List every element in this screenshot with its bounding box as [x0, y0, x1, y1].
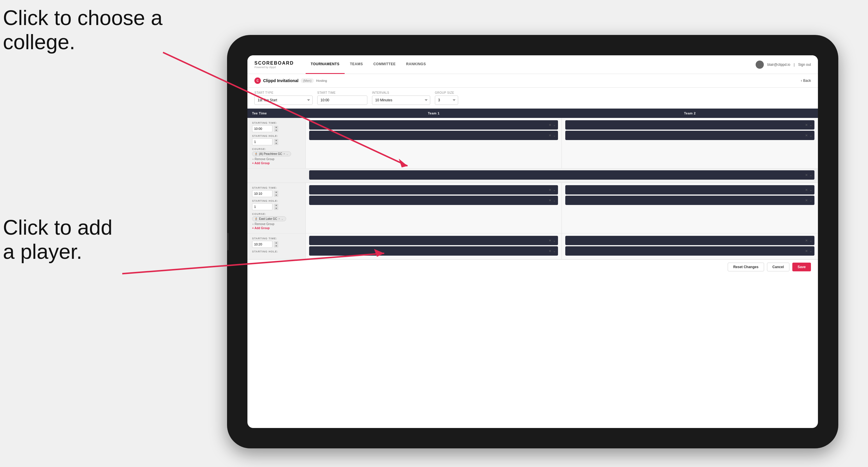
course-remove-1[interactable]: × [283, 152, 285, 155]
starting-time-input-2[interactable] [252, 190, 273, 197]
intervals-label: Intervals [372, 91, 430, 94]
hole-stepper-2[interactable]: ▲ ▼ [274, 204, 278, 210]
slot-x-icon[interactable]: ✕ [549, 123, 551, 127]
player-slot-1-1[interactable]: ✕ ⌄ [309, 120, 558, 130]
course-label-1: COURSE: [252, 148, 301, 151]
starting-time-input-1[interactable] [252, 125, 273, 132]
slot2-chevron-icon-2[interactable]: ⌄ [809, 134, 812, 137]
course-wide-slot-1[interactable]: ✕ ⌄ [309, 170, 814, 180]
nav-separator: | [794, 63, 795, 67]
time-up-2[interactable]: ▲ [274, 191, 278, 194]
player-slot-2-2[interactable]: ✕ ⌄ [565, 131, 814, 140]
time-stepper-1[interactable]: ▲ ▼ [274, 126, 278, 132]
player-slot-3-1[interactable]: ✕ ⌄ [309, 185, 558, 194]
course-remove-2[interactable]: × [278, 217, 280, 220]
slot4-chevron-icon[interactable]: ⌄ [809, 188, 812, 192]
schedule-scroll-area[interactable]: STARTING TIME: ▲ ▼ STARTING HOLE: [247, 118, 818, 259]
slot3-chevron-icon-2[interactable]: ⌄ [553, 198, 556, 203]
player-slot-6-2[interactable]: ✕ ⌄ [565, 246, 814, 256]
time-down-3[interactable]: ▼ [274, 245, 278, 247]
starting-time-input-3[interactable] [252, 241, 273, 248]
slot6-x-icon[interactable]: ✕ [805, 239, 808, 243]
remove-group-1[interactable]: ○ Remove Group [252, 157, 301, 161]
slot5-chevron-icon[interactable]: ⌄ [553, 239, 556, 243]
slot-x-icon-2[interactable]: ✕ [549, 134, 551, 137]
slot-chevron-icon[interactable]: ⌄ [553, 123, 556, 127]
slot6-x-icon-2[interactable]: ✕ [805, 249, 808, 253]
starting-hole-input-2[interactable] [252, 203, 273, 210]
time-down-1[interactable]: ▼ [274, 129, 278, 132]
hole-up-1[interactable]: ▲ [274, 139, 278, 142]
slot3-chevron-icon[interactable]: ⌄ [553, 188, 556, 192]
back-button[interactable]: ‹ Back [801, 79, 811, 83]
player-slot-5-1[interactable]: ✕ ⌄ [309, 236, 558, 245]
slot5-chevron-icon-2[interactable]: ⌄ [553, 249, 556, 253]
table-header: Tee Time Team 1 Team 2 [247, 108, 818, 118]
time-stepper-2[interactable]: ▲ ▼ [274, 191, 278, 197]
hole-down-1[interactable]: ▼ [274, 142, 278, 145]
course-chevron-1[interactable]: ⌄ [286, 153, 288, 155]
starting-hole-input-1[interactable] [252, 138, 273, 145]
slot5-x-icon-2[interactable]: ✕ [549, 249, 551, 253]
wide-x-icon[interactable]: ✕ [805, 173, 808, 177]
add-group-2[interactable]: + Add Group [252, 226, 301, 230]
player-slot-1-2[interactable]: ✕ ⌄ [309, 131, 558, 140]
add-group-1[interactable]: + Add Group [252, 162, 301, 165]
wide-chevron-icon[interactable]: ⌄ [809, 173, 812, 177]
time-down-2[interactable]: ▼ [274, 194, 278, 197]
gender-badge: (Men) [301, 78, 314, 83]
nav-teams[interactable]: TEAMS [345, 55, 368, 74]
slot3-x-icon-2[interactable]: ✕ [549, 198, 551, 203]
group-size-select[interactable]: 3 [435, 95, 458, 105]
player-slot-6-1[interactable]: ✕ ⌄ [565, 236, 814, 245]
save-button[interactable]: Save [792, 262, 811, 271]
hole-stepper-1[interactable]: ▲ ▼ [274, 139, 278, 145]
course-chevron-2[interactable]: ⌄ [281, 217, 283, 220]
starting-hole-label-3: STARTING HOLE: [252, 250, 301, 253]
course-wide-row-1: ✕ ⌄ [247, 168, 818, 183]
player-slot-4-2[interactable]: ✕ ⌄ [565, 196, 814, 205]
remove-group-2[interactable]: ○ Remove Group [252, 222, 301, 226]
player-slot-4-1[interactable]: ✕ ⌄ [565, 185, 814, 194]
nav-rankings[interactable]: RANKINGS [401, 55, 431, 74]
annotation-mid: Click to add a player. [3, 215, 112, 264]
tablet-shell: SCOREBOARD Powered by clippd TOURNAMENTS… [227, 35, 838, 448]
course-tag-1[interactable]: 🏌 (A) Peachtree GC × ⌄ [252, 151, 291, 156]
time-up-3[interactable]: ▲ [274, 241, 278, 244]
starting-time-label-1: STARTING TIME: [252, 121, 301, 124]
slot3-x-icon[interactable]: ✕ [549, 188, 551, 192]
player-slot-2-1[interactable]: ✕ ⌄ [565, 120, 814, 130]
reset-changes-button[interactable]: Reset Changes [728, 262, 764, 271]
player-slot-3-2[interactable]: ✕ ⌄ [309, 196, 558, 205]
start-type-select[interactable]: 1st Tee Start [254, 95, 313, 105]
time-up-1[interactable]: ▲ [274, 126, 278, 129]
nav-bar: SCOREBOARD Powered by clippd TOURNAMENTS… [247, 55, 818, 74]
slot2-x-icon-2[interactable]: ✕ [805, 134, 808, 137]
slot2-chevron-icon[interactable]: ⌄ [809, 123, 812, 127]
slot4-chevron-icon-2[interactable]: ⌄ [809, 198, 812, 203]
hole-down-2[interactable]: ▼ [274, 207, 278, 210]
slot-chevron-icon-2[interactable]: ⌄ [553, 134, 556, 137]
slot4-x-icon-2[interactable]: ✕ [805, 198, 808, 203]
nav-tournaments[interactable]: TOURNAMENTS [306, 55, 345, 74]
course-tag-2[interactable]: 🏌 East Lake GC × ⌄ [252, 216, 286, 221]
slot6-chevron-icon[interactable]: ⌄ [809, 239, 812, 243]
course-label-2: COURSE: [252, 213, 301, 215]
cancel-button[interactable]: Cancel [767, 262, 789, 271]
avatar [756, 61, 764, 69]
slot2-x-icon[interactable]: ✕ [805, 123, 808, 127]
sign-out-link[interactable]: Sign out [798, 63, 811, 67]
course-wide-cell-1: ✕ ⌄ [306, 168, 818, 183]
intervals-select[interactable]: 10 Minutes [372, 95, 430, 105]
player-slot-5-2[interactable]: ✕ ⌄ [309, 246, 558, 256]
time-stepper-3[interactable]: ▲ ▼ [274, 241, 278, 247]
hole-up-2[interactable]: ▲ [274, 204, 278, 207]
slot5-x-icon[interactable]: ✕ [549, 239, 551, 243]
start-time-input[interactable] [317, 95, 367, 105]
course-wide-left-1 [247, 168, 306, 183]
starting-hole-value-1: ▲ ▼ [252, 138, 301, 145]
slot6-chevron-icon-2[interactable]: ⌄ [809, 249, 812, 253]
team1-cell-3: ✕ ⌄ ✕ ⌄ [306, 234, 562, 259]
nav-committee[interactable]: COMMITTEE [368, 55, 401, 74]
slot4-x-icon[interactable]: ✕ [805, 188, 808, 192]
